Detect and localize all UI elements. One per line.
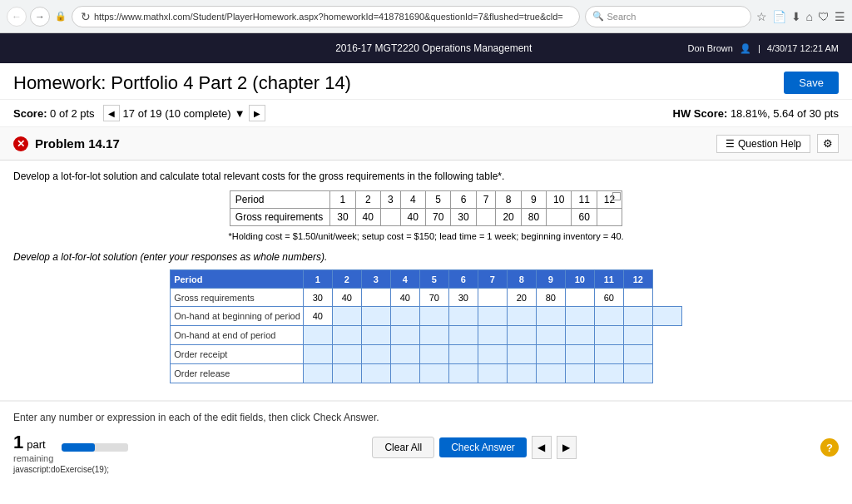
ohb-input-5[interactable] <box>423 309 446 324</box>
ohb-input-13[interactable] <box>656 309 679 324</box>
download-icon[interactable]: ⬇ <box>791 10 801 23</box>
ohe-12[interactable] <box>623 326 652 345</box>
ohb-12[interactable] <box>623 307 652 326</box>
address-bar[interactable]: ↻ https://www.mathxl.com/Student/PlayerH… <box>72 6 580 27</box>
or-input-8[interactable] <box>510 347 533 362</box>
orel-8[interactable] <box>507 364 536 383</box>
ohe-9[interactable] <box>536 326 565 345</box>
or-input-1[interactable] <box>306 347 329 362</box>
ohe-7[interactable] <box>478 326 507 345</box>
ohb-input-4[interactable] <box>394 309 417 324</box>
save-button[interactable]: Save <box>784 72 839 94</box>
ohe-input-9[interactable] <box>539 328 562 343</box>
or-input-4[interactable] <box>394 347 417 362</box>
orel-3[interactable] <box>361 364 390 383</box>
orel-6[interactable] <box>448 364 478 383</box>
orel-input-11[interactable] <box>597 366 621 381</box>
ohb-input-2[interactable] <box>335 309 359 324</box>
ohe-5[interactable] <box>419 326 448 345</box>
or-12[interactable] <box>623 345 652 364</box>
shield-icon[interactable]: 🛡 <box>818 10 830 23</box>
ohe-input-3[interactable] <box>364 328 388 343</box>
next-question-button[interactable]: ▶ <box>249 105 265 121</box>
or-1[interactable] <box>303 345 332 364</box>
ohb-input-6[interactable] <box>452 309 475 324</box>
settings-button[interactable]: ⚙ <box>817 134 839 153</box>
orel-input-5[interactable] <box>423 366 446 381</box>
or-input-3[interactable] <box>364 347 388 362</box>
ohb-11[interactable] <box>594 307 623 326</box>
ohe-10[interactable] <box>565 326 594 345</box>
orel-input-2[interactable] <box>335 366 359 381</box>
ohe-6[interactable] <box>448 326 478 345</box>
ohb-10[interactable] <box>565 307 594 326</box>
orel-9[interactable] <box>536 364 565 383</box>
question-help-button[interactable]: ☰ Question Help <box>716 135 810 153</box>
orel-input-3[interactable] <box>364 366 388 381</box>
ohb-input-12[interactable] <box>627 309 650 324</box>
ohb-input-7[interactable] <box>481 309 504 324</box>
orel-10[interactable] <box>565 364 594 383</box>
orel-input-6[interactable] <box>452 366 475 381</box>
or-8[interactable] <box>507 345 536 364</box>
ohb-9[interactable] <box>536 307 565 326</box>
ohe-11[interactable] <box>594 326 623 345</box>
back-button[interactable]: ← <box>7 7 27 27</box>
ohb-input-3[interactable] <box>364 309 388 324</box>
ohb-5[interactable] <box>419 307 448 326</box>
or-10[interactable] <box>565 345 594 364</box>
orel-5[interactable] <box>419 364 448 383</box>
ohb-7[interactable] <box>478 307 507 326</box>
ohb-input-10[interactable] <box>568 309 592 324</box>
or-input-7[interactable] <box>481 347 504 362</box>
ohe-input-2[interactable] <box>335 328 359 343</box>
star-icon[interactable]: ☆ <box>756 10 767 23</box>
help-button[interactable]: ? <box>820 438 839 457</box>
menu-icon[interactable]: ☰ <box>835 10 845 23</box>
or-7[interactable] <box>478 345 507 364</box>
or-input-2[interactable] <box>335 347 359 362</box>
ohe-input-8[interactable] <box>510 328 533 343</box>
orel-input-8[interactable] <box>510 366 533 381</box>
reload-button[interactable]: ↻ <box>81 10 91 23</box>
clear-all-button[interactable]: Clear All <box>372 437 434 458</box>
or-input-11[interactable] <box>597 347 621 362</box>
orel-input-12[interactable] <box>627 366 650 381</box>
ohe-input-10[interactable] <box>568 328 592 343</box>
or-3[interactable] <box>361 345 390 364</box>
or-input-12[interactable] <box>627 347 650 362</box>
prev-answer-button[interactable]: ◀ <box>532 436 552 459</box>
check-answer-button[interactable]: Check Answer <box>439 437 527 457</box>
ohe-input-1[interactable] <box>306 328 329 343</box>
ohb-2[interactable] <box>332 307 361 326</box>
ohe-2[interactable] <box>332 326 361 345</box>
orel-7[interactable] <box>478 364 507 383</box>
orel-12[interactable] <box>623 364 652 383</box>
or-2[interactable] <box>332 345 361 364</box>
orel-1[interactable] <box>303 364 332 383</box>
orel-input-1[interactable] <box>306 366 329 381</box>
ohe-3[interactable] <box>361 326 390 345</box>
ohb-input-9[interactable] <box>539 309 562 324</box>
or-input-9[interactable] <box>539 347 562 362</box>
or-input-10[interactable] <box>568 347 592 362</box>
next-answer-button[interactable]: ▶ <box>557 436 577 459</box>
or-input-6[interactable] <box>452 347 475 362</box>
orel-input-10[interactable] <box>568 366 592 381</box>
or-input-5[interactable] <box>423 347 446 362</box>
ohe-8[interactable] <box>507 326 536 345</box>
ohe-input-4[interactable] <box>394 328 417 343</box>
bookmark-icon[interactable]: 📄 <box>772 10 786 23</box>
ohb-input-8[interactable] <box>510 309 533 324</box>
ohe-input-7[interactable] <box>481 328 504 343</box>
ohe-1[interactable] <box>303 326 332 345</box>
ohe-input-6[interactable] <box>452 328 475 343</box>
ohe-input-5[interactable] <box>423 328 446 343</box>
or-11[interactable] <box>594 345 623 364</box>
orel-4[interactable] <box>390 364 419 383</box>
orel-11[interactable] <box>594 364 623 383</box>
ohb-6[interactable] <box>448 307 478 326</box>
ohb-4[interactable] <box>390 307 419 326</box>
orel-2[interactable] <box>332 364 361 383</box>
ohe-input-12[interactable] <box>627 328 650 343</box>
